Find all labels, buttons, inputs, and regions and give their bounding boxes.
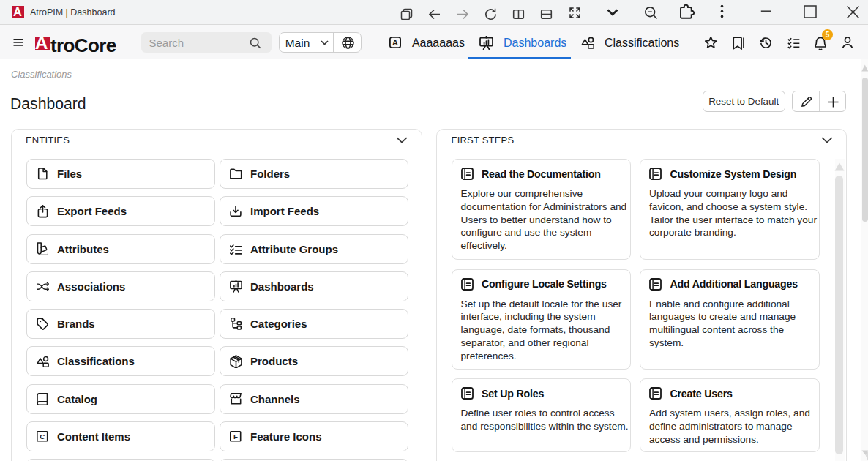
svg-text:A: A <box>392 38 398 47</box>
svg-text:F: F <box>233 433 238 441</box>
svg-text:C: C <box>40 433 45 441</box>
